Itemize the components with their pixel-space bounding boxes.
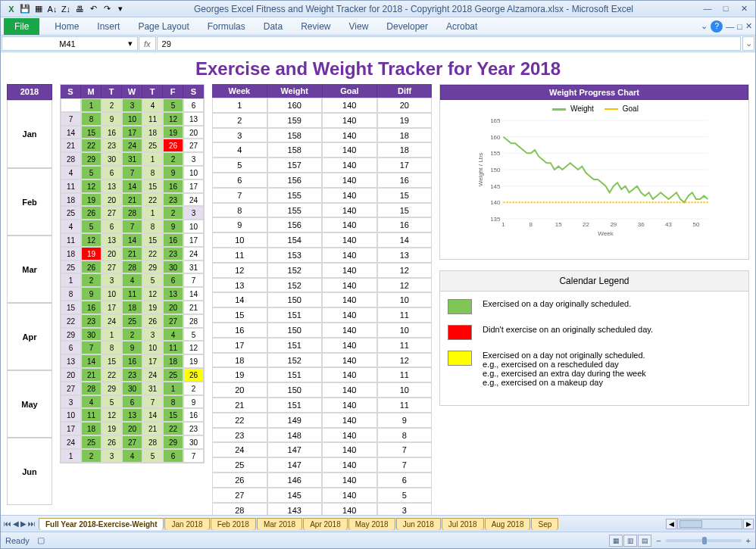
calendar-cell[interactable]: 10 — [102, 287, 122, 301]
calendar-cell[interactable]: 30 — [122, 382, 142, 395]
calendar-cell[interactable]: 23 — [81, 314, 102, 328]
calendar-cell[interactable]: 2 — [81, 449, 102, 463]
scroll-track[interactable] — [677, 519, 742, 529]
weight-cell[interactable]: 23 — [212, 428, 267, 443]
sheet-tab[interactable]: May 2018 — [348, 518, 395, 530]
weight-cell[interactable]: 11 — [377, 307, 433, 323]
calendar-cell[interactable]: 6 — [163, 449, 183, 463]
calendar-cell[interactable]: 16 — [163, 179, 183, 193]
calendar-cell[interactable]: 15 — [102, 354, 122, 368]
excel-icon[interactable]: X — [5, 3, 17, 15]
weight-cell[interactable]: 146 — [267, 473, 323, 488]
worksheet[interactable]: Exercise and Weight Tracker for Year 201… — [1, 52, 755, 515]
weight-cell[interactable]: 9 — [212, 217, 267, 232]
weight-cell[interactable]: 147 — [267, 442, 323, 457]
calendar-cell[interactable]: 10 — [142, 341, 163, 354]
calendar-cell[interactable]: 5 — [142, 273, 163, 287]
calendar-cell[interactable]: 6 — [122, 395, 142, 409]
calendar-cell[interactable]: 2 — [183, 382, 204, 395]
weight-cell[interactable]: 148 — [267, 428, 323, 443]
weight-cell[interactable]: 151 — [267, 398, 323, 413]
weight-cell[interactable]: 140 — [322, 188, 377, 203]
weight-cell[interactable]: 153 — [267, 248, 323, 263]
print-preview-icon[interactable]: ▦ — [33, 3, 45, 15]
redo-icon[interactable]: ↷ — [101, 3, 113, 15]
calendar-cell[interactable]: 29 — [81, 152, 102, 166]
calendar-cell[interactable]: 20 — [61, 368, 81, 382]
weight-cell[interactable]: 140 — [322, 307, 377, 323]
sheet-tab[interactable]: Jun 2018 — [396, 518, 441, 530]
calendar-cell[interactable]: 28 — [142, 435, 163, 449]
weight-cell[interactable]: 140 — [322, 488, 377, 503]
calendar-cell[interactable]: 17 — [142, 354, 163, 368]
calendar-cell[interactable]: 1 — [142, 152, 163, 166]
sheet-tab[interactable]: Sep — [531, 518, 558, 530]
calendar-cell[interactable]: 8 — [142, 166, 163, 179]
calendar-cell[interactable]: 5 — [81, 166, 102, 179]
calendar-cell[interactable]: 25 — [61, 206, 81, 220]
calendar-cell[interactable]: 9 — [102, 112, 122, 126]
calendar-cell[interactable]: 28 — [122, 260, 142, 274]
weight-cell[interactable]: 140 — [322, 457, 377, 473]
weight-cell[interactable]: 15 — [377, 188, 433, 203]
save-icon[interactable]: 💾 — [19, 3, 31, 15]
calendar-cell[interactable]: 9 — [183, 395, 204, 409]
weight-cell[interactable]: 8 — [377, 428, 433, 443]
calendar-cell[interactable]: 29 — [102, 382, 122, 395]
weight-cell[interactable]: 15 — [212, 307, 267, 323]
calendar-cell[interactable]: 15 — [81, 126, 102, 139]
weight-cell[interactable]: 16 — [377, 173, 433, 188]
calendar-cell[interactable]: 23 — [122, 368, 142, 382]
weight-cell[interactable]: 140 — [322, 428, 377, 443]
weight-cell[interactable]: 140 — [322, 98, 377, 113]
calendar-cell[interactable]: 21 — [183, 301, 204, 314]
weight-cell[interactable]: 140 — [322, 248, 377, 263]
horizontal-scrollbar[interactable]: ◀ ▶ — [664, 519, 755, 529]
calendar-cell[interactable]: 15 — [61, 301, 81, 314]
weight-cell[interactable]: 3 — [377, 503, 433, 515]
calendar-cell[interactable]: 13 — [102, 179, 122, 193]
calendar-cell[interactable]: 14 — [122, 179, 142, 193]
calendar-cell[interactable]: 29 — [61, 328, 81, 342]
calendar-cell[interactable]: 11 — [61, 233, 81, 247]
print-icon[interactable]: 🖶 — [73, 3, 86, 15]
weight-cell[interactable]: 160 — [267, 98, 323, 113]
calendar-cell[interactable]: 12 — [183, 341, 204, 354]
weight-cell[interactable]: 143 — [267, 503, 323, 515]
tab-prev-icon[interactable]: ◀ — [13, 519, 19, 528]
calendar-cell[interactable]: 7 — [183, 449, 204, 463]
calendar-cell[interactable]: 27 — [102, 206, 122, 220]
weight-cell[interactable]: 13 — [212, 278, 267, 293]
calendar-cell[interactable]: 14 — [122, 233, 142, 247]
scroll-thumb[interactable] — [679, 520, 702, 528]
calendar-cell[interactable]: 17 — [183, 233, 204, 247]
calendar-cell[interactable]: 10 — [183, 166, 204, 179]
weight-cell[interactable]: 10 — [377, 323, 433, 338]
weight-cell[interactable]: 140 — [322, 338, 377, 353]
calendar-cell[interactable]: 26 — [81, 206, 102, 220]
weight-cell[interactable]: 6 — [212, 173, 267, 188]
calendar-cell[interactable]: 20 — [163, 301, 183, 314]
weight-cell[interactable]: 10 — [212, 232, 267, 248]
calendar-cell[interactable]: 16 — [81, 301, 102, 314]
weight-cell[interactable]: 140 — [322, 173, 377, 188]
weight-cell[interactable]: 158 — [267, 128, 323, 143]
calendar-cell[interactable]: 23 — [183, 422, 204, 435]
fx-icon[interactable]: fx — [144, 39, 151, 48]
calendar-cell[interactable]: 24 — [61, 435, 81, 449]
weight-cell[interactable]: 7 — [212, 188, 267, 203]
calendar-cell[interactable]: 14 — [81, 354, 102, 368]
help-icon[interactable]: ? — [711, 20, 723, 33]
weight-cell[interactable]: 19 — [377, 113, 433, 128]
calendar-cell[interactable]: 2 — [102, 98, 122, 112]
weight-cell[interactable]: 2 — [212, 113, 267, 128]
weight-cell[interactable]: 1 — [212, 98, 267, 113]
calendar-cell[interactable]: 6 — [183, 98, 204, 112]
calendar-cell[interactable]: 3 — [102, 449, 122, 463]
restore-workbook-icon[interactable]: □ — [737, 22, 742, 31]
weight-cell[interactable]: 15 — [377, 203, 433, 218]
weight-cell[interactable]: 18 — [212, 353, 267, 368]
weight-cell[interactable]: 152 — [267, 263, 323, 278]
macro-record-icon[interactable]: ▢ — [37, 535, 45, 545]
calendar-cell[interactable]: 15 — [163, 408, 183, 422]
